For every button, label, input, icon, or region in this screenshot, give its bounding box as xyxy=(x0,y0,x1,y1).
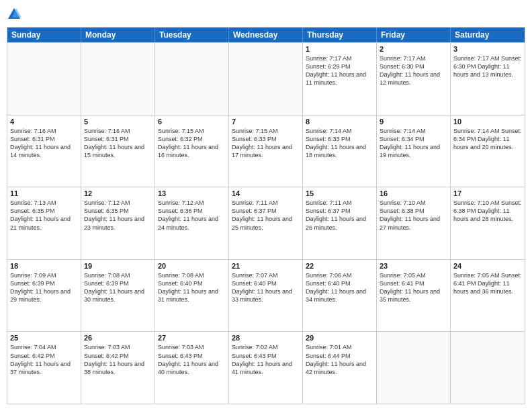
day-number: 3 xyxy=(453,45,522,53)
cal-cell-empty xyxy=(377,332,451,404)
day-number: 22 xyxy=(306,262,373,270)
logo-icon xyxy=(7,7,21,21)
cal-cell-day-4: 4Sunrise: 7:16 AM Sunset: 6:31 PM Daylig… xyxy=(7,116,81,187)
day-number: 29 xyxy=(306,334,373,342)
cal-header-monday: Monday xyxy=(81,28,155,42)
cal-cell-empty xyxy=(451,332,525,404)
day-number: 28 xyxy=(232,334,300,342)
day-info: Sunrise: 7:14 AM Sunset: 6:34 PM Dayligh… xyxy=(453,127,522,151)
cal-cell-day-7: 7Sunrise: 7:15 AM Sunset: 6:33 PM Daylig… xyxy=(229,116,303,187)
cal-cell-empty xyxy=(7,43,81,115)
cal-cell-day-6: 6Sunrise: 7:15 AM Sunset: 6:32 PM Daylig… xyxy=(155,116,229,187)
cal-cell-day-9: 9Sunrise: 7:14 AM Sunset: 6:34 PM Daylig… xyxy=(377,116,451,187)
day-number: 21 xyxy=(232,262,300,270)
day-number: 7 xyxy=(232,118,300,126)
calendar-header-row: SundayMondayTuesdayWednesdayThursdayFrid… xyxy=(7,28,525,42)
cal-cell-day-11: 11Sunrise: 7:13 AM Sunset: 6:35 PM Dayli… xyxy=(7,187,81,259)
cal-cell-day-12: 12Sunrise: 7:12 AM Sunset: 6:35 PM Dayli… xyxy=(81,187,155,259)
day-info: Sunrise: 7:16 AM Sunset: 6:31 PM Dayligh… xyxy=(84,127,152,160)
day-number: 12 xyxy=(84,189,152,197)
day-info: Sunrise: 7:10 AM Sunset: 6:38 PM Dayligh… xyxy=(453,199,522,223)
day-info: Sunrise: 7:09 AM Sunset: 6:39 PM Dayligh… xyxy=(10,271,78,304)
day-number: 16 xyxy=(380,189,447,197)
day-number: 24 xyxy=(453,262,522,270)
day-info: Sunrise: 7:15 AM Sunset: 6:32 PM Dayligh… xyxy=(158,127,226,160)
cal-cell-day-25: 25Sunrise: 7:04 AM Sunset: 6:42 PM Dayli… xyxy=(7,332,81,404)
day-number: 17 xyxy=(453,189,522,197)
day-number: 4 xyxy=(10,118,78,126)
cal-cell-day-29: 29Sunrise: 7:01 AM Sunset: 6:44 PM Dayli… xyxy=(303,332,377,404)
day-info: Sunrise: 7:11 AM Sunset: 6:37 PM Dayligh… xyxy=(232,199,300,232)
day-number: 8 xyxy=(306,118,373,126)
day-number: 13 xyxy=(158,189,226,197)
cal-cell-day-23: 23Sunrise: 7:05 AM Sunset: 6:41 PM Dayli… xyxy=(377,260,451,332)
cal-cell-day-3: 3Sunrise: 7:17 AM Sunset: 6:30 PM Daylig… xyxy=(451,43,525,115)
calendar-body: 1Sunrise: 7:17 AM Sunset: 6:29 PM Daylig… xyxy=(7,42,525,404)
day-number: 23 xyxy=(380,262,447,270)
day-info: Sunrise: 7:08 AM Sunset: 6:40 PM Dayligh… xyxy=(158,271,226,304)
calendar: SundayMondayTuesdayWednesdayThursdayFrid… xyxy=(7,27,525,404)
day-info: Sunrise: 7:13 AM Sunset: 6:35 PM Dayligh… xyxy=(10,199,78,232)
day-info: Sunrise: 7:03 AM Sunset: 6:43 PM Dayligh… xyxy=(158,343,226,376)
cal-cell-day-18: 18Sunrise: 7:09 AM Sunset: 6:39 PM Dayli… xyxy=(7,260,81,332)
cal-header-sunday: Sunday xyxy=(7,28,81,42)
day-number: 9 xyxy=(380,118,447,126)
cal-cell-day-8: 8Sunrise: 7:14 AM Sunset: 6:33 PM Daylig… xyxy=(303,116,377,187)
cal-cell-empty xyxy=(229,43,303,115)
day-info: Sunrise: 7:14 AM Sunset: 6:34 PM Dayligh… xyxy=(380,127,447,160)
cal-header-saturday: Saturday xyxy=(451,28,525,42)
cal-cell-day-13: 13Sunrise: 7:12 AM Sunset: 6:36 PM Dayli… xyxy=(155,187,229,259)
cal-cell-day-10: 10Sunrise: 7:14 AM Sunset: 6:34 PM Dayli… xyxy=(451,116,525,187)
cal-header-tuesday: Tuesday xyxy=(155,28,229,42)
cal-week-5: 25Sunrise: 7:04 AM Sunset: 6:42 PM Dayli… xyxy=(7,331,525,404)
day-number: 2 xyxy=(380,45,447,53)
day-number: 14 xyxy=(232,189,300,197)
day-number: 1 xyxy=(306,45,373,53)
cal-cell-day-14: 14Sunrise: 7:11 AM Sunset: 6:37 PM Dayli… xyxy=(229,187,303,259)
cal-week-2: 4Sunrise: 7:16 AM Sunset: 6:31 PM Daylig… xyxy=(7,115,525,187)
cal-cell-day-20: 20Sunrise: 7:08 AM Sunset: 6:40 PM Dayli… xyxy=(155,260,229,332)
cal-header-wednesday: Wednesday xyxy=(229,28,303,42)
day-info: Sunrise: 7:07 AM Sunset: 6:40 PM Dayligh… xyxy=(232,271,300,304)
day-number: 18 xyxy=(10,262,78,270)
cal-cell-day-2: 2Sunrise: 7:17 AM Sunset: 6:30 PM Daylig… xyxy=(377,43,451,115)
cal-cell-day-28: 28Sunrise: 7:02 AM Sunset: 6:43 PM Dayli… xyxy=(229,332,303,404)
page-header xyxy=(7,7,525,21)
cal-cell-empty xyxy=(81,43,155,115)
cal-cell-day-24: 24Sunrise: 7:05 AM Sunset: 6:41 PM Dayli… xyxy=(451,260,525,332)
day-info: Sunrise: 7:02 AM Sunset: 6:43 PM Dayligh… xyxy=(232,343,300,376)
day-info: Sunrise: 7:03 AM Sunset: 6:42 PM Dayligh… xyxy=(84,343,152,376)
cal-cell-day-16: 16Sunrise: 7:10 AM Sunset: 6:38 PM Dayli… xyxy=(377,187,451,259)
day-info: Sunrise: 7:14 AM Sunset: 6:33 PM Dayligh… xyxy=(306,127,373,160)
cal-cell-day-15: 15Sunrise: 7:11 AM Sunset: 6:37 PM Dayli… xyxy=(303,187,377,259)
cal-cell-day-19: 19Sunrise: 7:08 AM Sunset: 6:39 PM Dayli… xyxy=(81,260,155,332)
day-info: Sunrise: 7:11 AM Sunset: 6:37 PM Dayligh… xyxy=(306,199,373,232)
day-info: Sunrise: 7:08 AM Sunset: 6:39 PM Dayligh… xyxy=(84,271,152,304)
cal-week-4: 18Sunrise: 7:09 AM Sunset: 6:39 PM Dayli… xyxy=(7,259,525,332)
day-number: 10 xyxy=(453,118,522,126)
cal-cell-day-27: 27Sunrise: 7:03 AM Sunset: 6:43 PM Dayli… xyxy=(155,332,229,404)
day-number: 26 xyxy=(84,334,152,342)
day-number: 15 xyxy=(306,189,373,197)
day-info: Sunrise: 7:05 AM Sunset: 6:41 PM Dayligh… xyxy=(380,271,447,304)
cal-cell-day-17: 17Sunrise: 7:10 AM Sunset: 6:38 PM Dayli… xyxy=(451,187,525,259)
day-info: Sunrise: 7:16 AM Sunset: 6:31 PM Dayligh… xyxy=(10,127,78,160)
cal-cell-day-21: 21Sunrise: 7:07 AM Sunset: 6:40 PM Dayli… xyxy=(229,260,303,332)
cal-cell-day-22: 22Sunrise: 7:06 AM Sunset: 6:40 PM Dayli… xyxy=(303,260,377,332)
cal-week-1: 1Sunrise: 7:17 AM Sunset: 6:29 PM Daylig… xyxy=(7,42,525,115)
cal-header-thursday: Thursday xyxy=(303,28,377,42)
day-number: 19 xyxy=(84,262,152,270)
day-number: 27 xyxy=(158,334,226,342)
day-number: 5 xyxy=(84,118,152,126)
day-number: 25 xyxy=(10,334,78,342)
day-number: 6 xyxy=(158,118,226,126)
day-info: Sunrise: 7:01 AM Sunset: 6:44 PM Dayligh… xyxy=(306,343,373,376)
day-number: 11 xyxy=(10,189,78,197)
day-info: Sunrise: 7:15 AM Sunset: 6:33 PM Dayligh… xyxy=(232,127,300,160)
day-number: 20 xyxy=(158,262,226,270)
day-info: Sunrise: 7:12 AM Sunset: 6:36 PM Dayligh… xyxy=(158,199,226,232)
day-info: Sunrise: 7:17 AM Sunset: 6:30 PM Dayligh… xyxy=(453,54,522,79)
day-info: Sunrise: 7:10 AM Sunset: 6:38 PM Dayligh… xyxy=(380,199,447,232)
day-info: Sunrise: 7:17 AM Sunset: 6:30 PM Dayligh… xyxy=(380,54,447,87)
day-info: Sunrise: 7:06 AM Sunset: 6:40 PM Dayligh… xyxy=(306,271,373,304)
